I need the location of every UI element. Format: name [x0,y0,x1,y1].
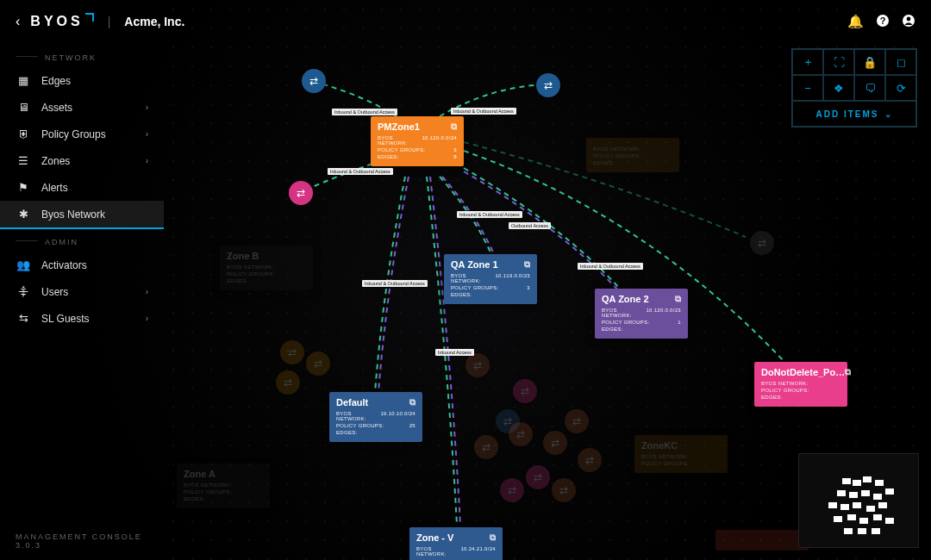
sidebar-item-byos-network[interactable]: ✱ Byos Network [0,201,164,229]
nav-label: Activators [41,259,87,271]
copy-icon[interactable]: ⧉ [451,121,457,132]
node-circle[interactable]: ⇄ [276,370,300,395]
minimap[interactable] [798,453,919,548]
chevron-right-icon: › [146,156,148,165]
sidebar-item-policy-groups[interactable]: ⛨ Policy Groups › [0,121,164,147]
refresh-button[interactable]: ⟳ [885,75,916,101]
section-label-admin: ADMIN [0,229,164,252]
version-label: MANAGEMENT CONSOLE 3.0.3 [16,532,164,550]
zone-card-pmzone1[interactable]: PMZone1 ⧉ BYOS NETWORK:10.120.0.0/24 POL… [371,116,464,166]
bell-icon[interactable]: 🔔 [847,14,864,29]
chevron-right-icon: › [146,287,148,296]
node-circle[interactable]: ⇄ [289,181,313,205]
sidebar-item-edges[interactable]: ▦ Edges [0,67,164,94]
zone-card-qa2[interactable]: QA Zone 2 ⧉ BYOS NETWORK:10.120.0.0/23 P… [595,289,688,339]
node-circle[interactable]: ⇄ [750,231,774,255]
sidebar-item-activators[interactable]: 👥 Activators [0,252,164,278]
copy-icon[interactable]: ⧉ [845,367,851,377]
node-circle[interactable]: ⇄ [565,409,589,433]
copy-icon[interactable]: ⧉ [524,259,530,270]
chevron-down-icon: ⌄ [884,109,893,119]
node-circle[interactable]: ⇄ [280,340,304,364]
zone-card-default[interactable]: Default ⧉ BYOS NETWORK:19.10.10.0/24 POL… [329,392,422,442]
fullscreen-button[interactable]: ◻ [885,49,916,75]
add-items-label: ADD ITEMS [816,109,879,119]
node-circle[interactable]: ⇄ [513,379,537,403]
node-circle[interactable]: ⇄ [509,422,533,446]
zone-card-dim[interactable]: Zone B BYOS NETWORK: POLICY GROUPS: EDGE… [220,246,313,290]
nav-label: Alerts [41,182,68,194]
lock-button[interactable]: 🔒 [854,49,885,75]
node-circle[interactable]: ⇄ [552,478,576,502]
nav-label: SL Guests [41,313,90,325]
network-icon: ✱ [16,208,31,221]
network-canvas[interactable]: ⇄ ⇄ ⇄ ⇄ ⇄ ⇄ ⇄ ⇄ ⇄ ⇄ ⇄ ⇄ ⇄ ⇄ ⇄ ⇄ ⇄ ⇄ PMZo… [164,0,931,560]
label-button[interactable]: 🗨 [854,75,885,101]
back-button[interactable]: ‹ [16,14,20,29]
sidebar: NETWORK ▦ Edges 🖥 Assets › ⛨ Policy Grou… [0,0,164,560]
zone-name: PMZone1 [378,121,420,132]
node-circle[interactable]: ⇄ [474,435,498,459]
canvas-toolbar: ＋ ⛶ 🔒 ◻ − ❖ 🗨 ⟳ ADD ITEMS ⌄ [791,48,917,128]
nav-label: Assets [41,102,72,114]
zone-card-dim[interactable] [715,530,809,551]
zone-card-dim[interactable]: ZoneKC BYOS NETWORK: POLICY GROUPS: [634,435,728,473]
sidebar-item-sl-guests[interactable]: ⇆ SL Guests › [0,305,164,332]
edge-label: Inbound & Outbound Access [332,109,397,115]
policy-icon: ⛨ [16,128,31,140]
zone-card-dim[interactable]: BYOS NETWORK: POLICY GROUPS: EDGES: [586,138,679,172]
users-icon: ⸎ [16,285,31,298]
zones-icon: ☰ [16,154,31,167]
sidebar-item-zones[interactable]: ☰ Zones › [0,147,164,174]
copy-icon[interactable]: ⧉ [490,532,496,543]
edge-label: Outbound Access [509,222,551,229]
node-circle[interactable]: ⇄ [526,465,550,489]
zoom-out-button[interactable]: − [792,75,823,101]
zone-name: Default [336,397,368,408]
header-divider: | [108,15,111,28]
nav-label: Edges [41,75,71,87]
edge-label: Inbound & Outbound Access [328,168,393,175]
zone-card-qa1[interactable]: QA Zone 1 ⧉ BYOS NETWORK:10.119.0.0/23 P… [444,254,537,304]
svg-text:?: ? [880,16,886,26]
chevron-right-icon: › [146,314,148,323]
focus-button[interactable]: ⛶ [823,49,854,75]
assets-icon: 🖥 [16,101,31,114]
add-items-button[interactable]: ADD ITEMS ⌄ [792,101,916,127]
zone-card-dim[interactable]: Zone A BYOS NETWORK: POLICY GROUPS: EDGE… [177,464,270,508]
zoom-in-button[interactable]: ＋ [792,49,823,75]
edge-label: Inbound Access [435,349,474,356]
account-icon[interactable] [902,14,915,30]
header: ‹ BYOS | Acme, Inc. 🔔 ? [0,0,931,43]
node-circle[interactable]: ⇄ [302,69,326,93]
edges-icon: ▦ [16,74,31,87]
node-circle[interactable]: ⇄ [536,73,560,97]
zone-card-zonev[interactable]: Zone - V ⧉ BYOS NETWORK:10.24.21.0/24 [409,527,503,560]
nav-label: Users [41,286,68,298]
node-circle[interactable]: ⇄ [543,431,567,455]
logo: BYOS [30,14,93,29]
node-circle[interactable]: ⇄ [466,353,490,377]
help-icon[interactable]: ? [876,14,890,30]
node-circle[interactable]: ⇄ [578,448,602,472]
sidebar-item-users[interactable]: ⸎ Users › [0,278,164,305]
activators-icon: 👥 [16,258,31,271]
edge-label: Inbound & Outbound Access [457,211,522,218]
guests-icon: ⇆ [16,312,31,325]
sidebar-item-alerts[interactable]: ⚑ Alerts [0,174,164,201]
copy-icon[interactable]: ⧉ [675,294,681,304]
sidebar-item-assets[interactable]: 🖥 Assets › [0,94,164,121]
logo-text: BYOS [30,14,83,29]
section-label-network: NETWORK [0,45,164,67]
node-circle[interactable]: ⇄ [500,478,524,502]
node-circle[interactable]: ⇄ [306,352,330,376]
chevron-right-icon: › [146,103,148,112]
zone-name: Zone - V [416,532,453,543]
chevron-right-icon: › [146,129,148,139]
zone-name: DoNotDelete_Po… [761,367,845,377]
copy-icon[interactable]: ⧉ [409,397,416,408]
tenant-name: Acme, Inc. [124,15,184,28]
nav-label: Policy Groups [41,128,106,140]
zone-card-donotdelete[interactable]: DoNotDelete_Po… ⧉ BYOS NETWORK: POLICY G… [754,362,847,407]
layers-button[interactable]: ❖ [823,75,854,101]
